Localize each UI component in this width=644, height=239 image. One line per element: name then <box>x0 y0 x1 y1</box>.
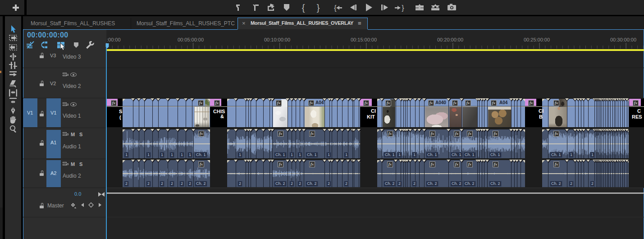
svg-text:}: } <box>317 3 320 13</box>
svg-text:{: { <box>302 3 305 13</box>
svg-text:}: } <box>402 4 404 12</box>
svg-text:{: { <box>334 4 337 12</box>
